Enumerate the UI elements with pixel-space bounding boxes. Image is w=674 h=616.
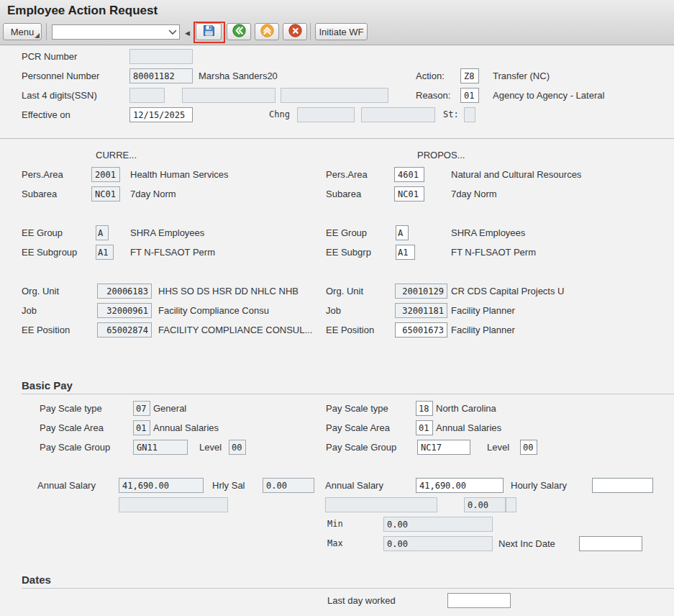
hourly-salary-proposed-field[interactable] xyxy=(592,478,653,493)
save-button[interactable] xyxy=(196,23,222,40)
employee-action-request-window: Employee Action Request Menu ◀ xyxy=(0,0,674,616)
double-chevron-up-icon xyxy=(260,23,275,40)
pay-scale-group-current-field xyxy=(133,440,188,455)
pers-area-proposed-field[interactable] xyxy=(394,167,424,182)
personnel-number-field xyxy=(129,68,193,83)
org-unit-current-field xyxy=(97,284,152,299)
pay-scale-type-label: Pay Scale type xyxy=(40,401,102,416)
subarea-proposed-label: Subarea xyxy=(326,186,361,201)
job-proposed-text: Facility Planner xyxy=(451,303,515,318)
pay-scale-area-current-text: Annual Salaries xyxy=(153,420,219,435)
dates-section-header: Dates xyxy=(22,574,674,589)
ee-position-proposed-text: Facility Planner xyxy=(451,322,515,338)
ee-subgrp-proposed-field[interactable] xyxy=(396,245,415,260)
pay-scale-type-proposed-field[interactable] xyxy=(416,401,433,416)
last-day-worked-label: Last day worked xyxy=(327,593,396,608)
reason-code-field[interactable] xyxy=(460,88,479,103)
personnel-name-text: Marsha Sanders20 xyxy=(199,68,278,83)
ee-position-current-field xyxy=(97,322,152,338)
current-column-header: CURRE... xyxy=(96,148,137,163)
ee-group-current-field xyxy=(96,225,109,240)
chng-label: Chng xyxy=(269,107,290,122)
chevron-down-icon[interactable] xyxy=(168,30,177,35)
ee-position-proposed-label: EE Position xyxy=(326,322,374,338)
ee-group-proposed-field[interactable] xyxy=(396,225,409,240)
pcr-number-label: PCR Number xyxy=(22,49,77,64)
toolbar-separator xyxy=(310,23,311,40)
chng-field-2 xyxy=(361,107,435,122)
proposed-column-header: PROPOS... xyxy=(417,148,465,163)
ee-position-proposed-field[interactable] xyxy=(395,322,447,338)
subarea-current-field xyxy=(91,186,120,201)
org-unit-proposed-label: Org. Unit xyxy=(326,284,363,299)
ee-subgroup-label: EE Subgroup xyxy=(22,245,77,260)
annual-salary-proposed-field[interactable] xyxy=(416,478,504,493)
min-label: Min xyxy=(327,517,343,532)
collapse-left-icon[interactable]: ◀ xyxy=(185,28,190,38)
level-current-field xyxy=(229,440,246,455)
pers-area-proposed-text: Natural and Cultural Resources xyxy=(451,167,581,182)
pay-scale-group-label: Pay Scale Group xyxy=(40,440,110,455)
reason-label: Reason: xyxy=(416,88,450,103)
pay-scale-type-current-text: General xyxy=(153,401,186,416)
ee-group-current-text: SHRA Employees xyxy=(130,225,204,240)
personnel-number-label: Personnel Number xyxy=(22,68,99,83)
initiate-wf-button[interactable]: Initiate WF xyxy=(315,23,368,40)
pay-scale-area-proposed-label: Pay Scale Area xyxy=(326,420,390,435)
level-proposed-field[interactable] xyxy=(520,440,537,455)
pers-area-current-field xyxy=(91,167,120,182)
job-label: Job xyxy=(22,303,37,318)
annual-salary-proposed-label: Annual Salary xyxy=(325,478,383,493)
job-current-text: Facility Compliance Consu xyxy=(158,303,269,318)
max-field xyxy=(383,536,493,551)
pay-scale-area-label: Pay Scale Area xyxy=(40,420,104,435)
effective-on-label: Effective on xyxy=(22,107,70,122)
ee-subgrp-proposed-label: EE Subgrp xyxy=(326,245,371,260)
hrly-sal-label: Hrly Sal xyxy=(212,478,245,493)
ssn-field-1 xyxy=(129,88,165,103)
action-code-field[interactable] xyxy=(460,68,479,83)
pay-scale-group-proposed-label: Pay Scale Group xyxy=(326,440,396,455)
pay-scale-area-proposed-field[interactable] xyxy=(416,420,433,435)
ee-position-label: EE Position xyxy=(22,322,70,338)
action-label: Action: xyxy=(416,68,445,83)
pcr-number-field xyxy=(129,49,193,64)
menu-button[interactable]: Menu xyxy=(3,23,42,40)
max-label: Max xyxy=(327,536,343,551)
last-day-worked-field[interactable] xyxy=(447,593,511,608)
next-inc-date-label: Next Inc Date xyxy=(498,536,555,551)
combobox-input[interactable] xyxy=(53,27,168,37)
menu-button-label: Menu xyxy=(11,27,35,37)
pay-scale-type-current-field xyxy=(133,401,150,416)
ee-subgroup-current-field xyxy=(96,245,114,260)
title-bar: Employee Action Request xyxy=(0,0,674,22)
subarea-proposed-field[interactable] xyxy=(394,186,424,201)
next-inc-date-field[interactable] xyxy=(579,536,642,551)
save-icon xyxy=(202,24,216,40)
ee-subgrp-proposed-text: FT N-FLSAOT Perm xyxy=(451,245,536,260)
org-unit-current-text: HHS SO DS HSR DD NHLC NHB xyxy=(158,284,299,299)
effective-on-field[interactable] xyxy=(129,107,193,122)
back-button[interactable] xyxy=(227,23,251,40)
initiate-wf-label: Initiate WF xyxy=(319,27,363,37)
job-proposed-field xyxy=(395,303,447,318)
level-current-label: Level xyxy=(199,440,222,455)
st-label: St: xyxy=(443,107,459,122)
ee-group-label: EE Group xyxy=(22,225,63,240)
hourly-salary-label: Hourly Salary xyxy=(511,478,567,493)
job-current-field xyxy=(97,303,152,318)
ee-group-proposed-label: EE Group xyxy=(326,225,367,240)
panel-divider xyxy=(0,138,674,139)
annual-salary-current-field xyxy=(119,478,204,493)
ssn-field-2 xyxy=(182,88,275,103)
pay-scale-group-proposed-field[interactable] xyxy=(417,440,470,455)
ssn-field-3 xyxy=(281,88,388,103)
currency-stub-field xyxy=(506,497,516,512)
promote-button[interactable] xyxy=(255,23,279,40)
org-unit-label: Org. Unit xyxy=(22,284,59,299)
cancel-button[interactable] xyxy=(283,23,307,40)
toolbar: Menu ◀ xyxy=(0,22,674,45)
salary-extra-current-field xyxy=(119,497,228,512)
quick-access-combobox[interactable] xyxy=(52,24,180,40)
org-unit-proposed-text: CR CDS Capital Projects U xyxy=(451,284,565,299)
